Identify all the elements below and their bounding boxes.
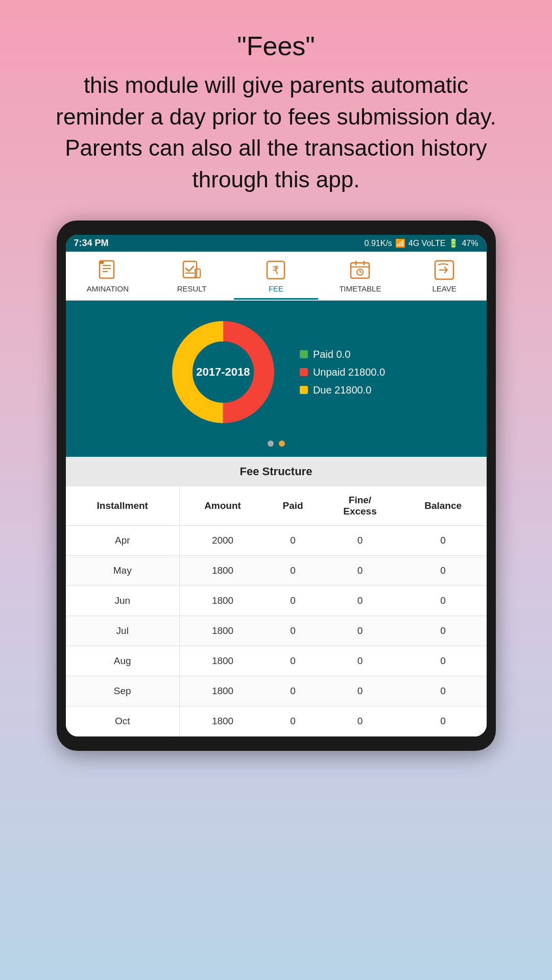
exam-icon: [97, 259, 119, 281]
result-icon: [181, 259, 203, 281]
cell-installment: Aug: [66, 646, 180, 676]
tab-examination[interactable]: AMINATION: [66, 252, 150, 300]
signal-info: 4G VoLTE: [409, 239, 446, 248]
cell-amount: 1800: [180, 556, 266, 586]
tab-leave[interactable]: LEAVE: [402, 252, 487, 300]
cell-fine-excess: 0: [320, 616, 400, 646]
cell-amount: 1800: [180, 586, 266, 616]
cell-fine-excess: 0: [320, 676, 400, 706]
cell-installment: Jun: [66, 586, 180, 616]
svg-text:₹: ₹: [272, 264, 279, 277]
page-title: "Fees": [41, 31, 511, 61]
cell-fine-excess: 0: [320, 526, 400, 556]
legend-due: Due 21800.0: [300, 384, 385, 396]
phone-mockup: 7:34 PM 0.91K/s 📶 4G VoLTE 🔋 47% AMINAT: [57, 220, 496, 751]
table-row: Sep 1800 0 0 0: [66, 676, 487, 706]
chart-dot-1[interactable]: [268, 440, 274, 447]
status-time: 7:34 PM: [74, 238, 109, 249]
tab-leave-label: LEAVE: [432, 284, 456, 293]
cell-balance: 0: [400, 646, 487, 676]
wifi-icon: 📶: [395, 238, 405, 248]
cell-balance: 0: [400, 616, 487, 646]
unpaid-color-dot: [300, 368, 308, 376]
cell-amount: 1800: [180, 706, 266, 737]
tab-fee[interactable]: ₹ FEE: [234, 252, 318, 300]
table-row: Apr 2000 0 0 0: [66, 526, 487, 556]
table-header-row: Installment Amount Paid Fine/Excess Bala…: [66, 486, 487, 526]
due-color-dot: [300, 386, 308, 394]
cell-balance: 0: [400, 556, 487, 586]
chart-pagination: [66, 440, 487, 457]
donut-chart: 2017-2018: [167, 316, 279, 428]
chart-area: 2017-2018 Paid 0.0 Unpaid 21800.0 Due 21…: [66, 301, 487, 440]
header-section: "Fees" this module will give parents aut…: [0, 0, 552, 215]
timetable-icon: [349, 259, 371, 281]
chart-year-label: 2017-2018: [196, 365, 250, 379]
battery-level: 47%: [462, 239, 478, 248]
col-fine-excess: Fine/Excess: [320, 486, 400, 526]
cell-balance: 0: [400, 526, 487, 556]
chart-legend: Paid 0.0 Unpaid 21800.0 Due 21800.0: [300, 349, 385, 396]
status-right: 0.91K/s 📶 4G VoLTE 🔋 47%: [365, 238, 478, 248]
cell-fine-excess: 0: [320, 706, 400, 737]
legend-unpaid: Unpaid 21800.0: [300, 366, 385, 378]
svg-rect-7: [195, 269, 200, 278]
tab-examination-label: AMINATION: [87, 284, 129, 293]
phone-screen: 7:34 PM 0.91K/s 📶 4G VoLTE 🔋 47% AMINAT: [66, 235, 487, 737]
cell-amount: 1800: [180, 616, 266, 646]
cell-paid: 0: [266, 676, 320, 706]
col-amount: Amount: [180, 486, 266, 526]
fee-structure-title: Fee Structure: [66, 457, 487, 486]
svg-rect-4: [100, 261, 104, 264]
cell-paid: 0: [266, 586, 320, 616]
battery-icon: 🔋: [448, 238, 459, 248]
cell-amount: 1800: [180, 676, 266, 706]
nav-tabs: AMINATION RESULT ₹ FEE: [66, 252, 487, 301]
cell-installment: Sep: [66, 676, 180, 706]
cell-fine-excess: 0: [320, 586, 400, 616]
cell-paid: 0: [266, 616, 320, 646]
fee-table: Installment Amount Paid Fine/Excess Bala…: [66, 486, 487, 737]
network-speed: 0.91K/s: [365, 239, 392, 248]
unpaid-label: Unpaid 21800.0: [313, 366, 385, 378]
col-installment: Installment: [66, 486, 180, 526]
tab-timetable[interactable]: TIMETABLE: [318, 252, 402, 300]
cell-paid: 0: [266, 646, 320, 676]
cell-balance: 0: [400, 586, 487, 616]
page-description: this module will give parents automatic …: [41, 69, 511, 195]
table-row: Jun 1800 0 0 0: [66, 586, 487, 616]
cell-balance: 0: [400, 706, 487, 737]
leave-icon: [433, 259, 455, 281]
cell-amount: 2000: [180, 526, 266, 556]
cell-paid: 0: [266, 526, 320, 556]
cell-amount: 1800: [180, 646, 266, 676]
table-row: Oct 1800 0 0 0: [66, 706, 487, 737]
cell-fine-excess: 0: [320, 646, 400, 676]
cell-installment: Apr: [66, 526, 180, 556]
tab-result-label: RESULT: [177, 284, 207, 293]
due-label: Due 21800.0: [313, 384, 372, 396]
paid-label: Paid 0.0: [313, 349, 350, 360]
fee-icon: ₹: [265, 259, 287, 281]
cell-balance: 0: [400, 676, 487, 706]
status-bar: 7:34 PM 0.91K/s 📶 4G VoLTE 🔋 47%: [66, 235, 487, 252]
cell-installment: May: [66, 556, 180, 586]
cell-paid: 0: [266, 706, 320, 737]
cell-installment: Jul: [66, 616, 180, 646]
chart-dot-2[interactable]: [279, 440, 285, 447]
legend-paid: Paid 0.0: [300, 349, 385, 360]
paid-color-dot: [300, 350, 308, 358]
tab-fee-label: FEE: [269, 284, 283, 293]
col-balance: Balance: [400, 486, 487, 526]
tab-timetable-label: TIMETABLE: [339, 284, 381, 293]
table-row: Aug 1800 0 0 0: [66, 646, 487, 676]
col-paid: Paid: [266, 486, 320, 526]
table-row: May 1800 0 0 0: [66, 556, 487, 586]
cell-paid: 0: [266, 556, 320, 586]
table-row: Jul 1800 0 0 0: [66, 616, 487, 646]
cell-installment: Oct: [66, 706, 180, 737]
tab-result[interactable]: RESULT: [150, 252, 234, 300]
cell-fine-excess: 0: [320, 556, 400, 586]
